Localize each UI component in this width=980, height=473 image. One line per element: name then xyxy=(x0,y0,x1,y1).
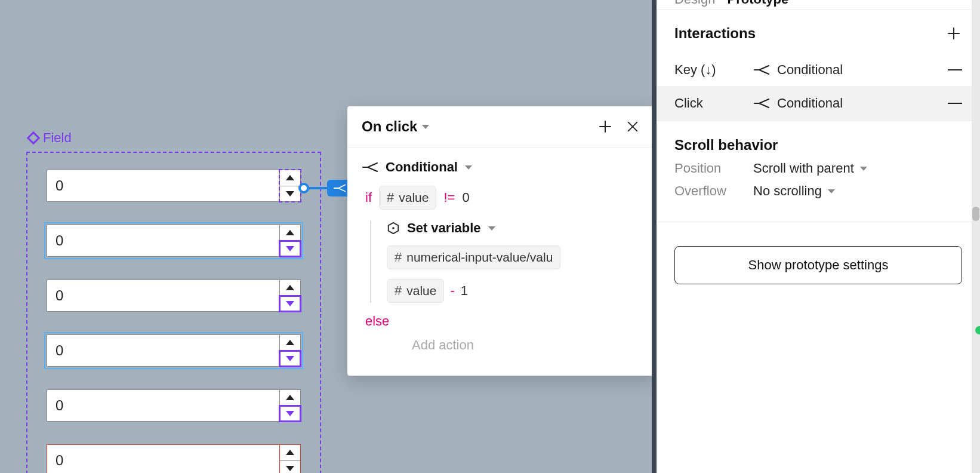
field-input[interactable]: 0 xyxy=(47,170,279,202)
position-row[interactable]: Position Scroll with parent xyxy=(674,161,962,176)
panel-tabs: Design Prototype xyxy=(657,0,980,10)
if-block: Set variable # numerical-input-value/val… xyxy=(370,220,641,303)
triangle-down-icon xyxy=(286,246,294,251)
panel-divider[interactable] xyxy=(652,0,657,473)
stepper-down-button[interactable] xyxy=(280,461,300,474)
add-interaction-button[interactable] xyxy=(945,25,962,42)
field-frame[interactable]: 000000 xyxy=(26,152,321,473)
quantity-stepper[interactable] xyxy=(279,389,301,422)
quantity-stepper[interactable] xyxy=(279,280,301,312)
field-input[interactable]: 0 xyxy=(47,444,279,473)
close-button[interactable] xyxy=(624,118,641,135)
expr-operator: - xyxy=(450,283,454,299)
variable-name: value xyxy=(399,191,429,205)
chevron-down-icon xyxy=(860,167,867,171)
overflow-label: Overflow xyxy=(674,183,753,199)
chevron-down-icon xyxy=(465,165,472,170)
add-action-placeholder[interactable]: Add action xyxy=(412,337,641,353)
literal-value: 0 xyxy=(462,190,469,205)
if-condition-row[interactable]: if # value != 0 xyxy=(365,186,641,210)
quantity-stepper[interactable] xyxy=(279,225,301,257)
quantity-stepper[interactable] xyxy=(279,170,301,202)
tab-design[interactable]: Design xyxy=(674,0,715,11)
interaction-trigger: Click xyxy=(674,96,746,111)
presence-indicator-icon xyxy=(975,326,980,334)
hash-icon: # xyxy=(395,250,402,265)
field-row[interactable]: 0 xyxy=(47,389,301,422)
branch-icon xyxy=(753,64,770,75)
action-type-label: Conditional xyxy=(386,159,458,175)
stepper-up-button[interactable] xyxy=(280,390,300,406)
else-row[interactable]: else xyxy=(365,314,641,329)
interactions-section: Interactions Key (↓)ConditionalClickCond… xyxy=(657,10,980,121)
component-label[interactable]: Field xyxy=(29,130,72,146)
triangle-up-icon xyxy=(286,230,294,235)
expression-row[interactable]: # value - 1 xyxy=(387,279,641,303)
scrollbar-thumb[interactable] xyxy=(972,207,979,221)
expr-variable-name: value xyxy=(406,284,436,298)
variable-token[interactable]: # value xyxy=(379,186,436,210)
triangle-up-icon xyxy=(286,340,294,345)
chevron-down-icon xyxy=(422,125,429,129)
tab-prototype[interactable]: Prototype xyxy=(727,0,788,11)
show-prototype-settings-button[interactable]: Show prototype settings xyxy=(674,246,962,284)
position-value: Scroll with parent xyxy=(753,161,854,176)
quantity-stepper[interactable] xyxy=(279,444,301,473)
triangle-down-icon xyxy=(286,191,294,196)
stepper-down-button[interactable] xyxy=(280,351,300,367)
field-row[interactable]: 0 xyxy=(47,280,301,312)
stepper-up-button[interactable] xyxy=(280,335,300,351)
prototype-connection[interactable] xyxy=(298,182,352,194)
interactions-title: Interactions xyxy=(674,25,756,42)
field-row[interactable]: 0 xyxy=(47,225,301,257)
popover-title-text: On click xyxy=(362,118,417,135)
remove-interaction-button[interactable] xyxy=(948,103,962,104)
field-row[interactable]: 0 xyxy=(47,170,301,202)
overflow-row[interactable]: Overflow No scrolling xyxy=(674,183,962,199)
add-action-button[interactable] xyxy=(597,118,614,135)
interaction-action: Conditional xyxy=(777,62,941,78)
interaction-row[interactable]: ClickConditional xyxy=(657,86,980,121)
stepper-up-button[interactable] xyxy=(280,280,300,296)
else-keyword: else xyxy=(365,314,389,328)
right-panel: Design Prototype Interactions Key (↓)Con… xyxy=(657,0,980,473)
field-row[interactable]: 0 xyxy=(47,334,301,367)
interaction-row[interactable]: Key (↓)Conditional xyxy=(674,54,962,86)
stepper-down-button[interactable] xyxy=(280,296,300,312)
stepper-down-button[interactable] xyxy=(280,406,300,422)
stepper-down-button[interactable] xyxy=(280,186,300,202)
trigger-dropdown[interactable]: On click xyxy=(362,118,429,135)
variable-hex-icon xyxy=(387,222,400,235)
if-keyword: if xyxy=(365,190,372,205)
triangle-down-icon xyxy=(286,356,294,361)
else-block: Add action xyxy=(370,337,641,353)
action-type-row[interactable]: Conditional xyxy=(362,159,641,175)
variable-token[interactable]: # value xyxy=(387,279,444,303)
triangle-up-icon xyxy=(286,450,294,455)
triangle-down-icon xyxy=(286,411,294,416)
component-icon xyxy=(27,131,41,145)
chevron-down-icon xyxy=(828,189,835,194)
interaction-trigger: Key (↓) xyxy=(674,62,746,78)
stepper-up-button[interactable] xyxy=(280,445,300,461)
field-input[interactable]: 0 xyxy=(47,334,279,367)
stepper-up-button[interactable] xyxy=(280,225,300,241)
target-variable-token[interactable]: # numerical-input-value/valu xyxy=(387,245,560,269)
hash-icon: # xyxy=(387,190,394,205)
interaction-popover: On click Conditional if # value xyxy=(347,106,655,376)
quantity-stepper[interactable] xyxy=(279,334,301,367)
field-input[interactable]: 0 xyxy=(47,389,279,422)
scrollbar[interactable] xyxy=(972,0,980,473)
connection-node-icon[interactable] xyxy=(298,183,309,194)
field-row[interactable]: 0 xyxy=(47,444,301,473)
triangle-down-icon xyxy=(286,466,294,471)
stepper-down-button[interactable] xyxy=(280,241,300,257)
scroll-behavior-section: Scroll behavior Position Scroll with par… xyxy=(657,121,980,222)
stepper-up-button[interactable] xyxy=(280,170,300,186)
chevron-down-icon xyxy=(488,226,495,231)
triangle-up-icon xyxy=(286,285,294,290)
field-input[interactable]: 0 xyxy=(47,280,279,312)
remove-interaction-button[interactable] xyxy=(948,69,962,70)
field-input[interactable]: 0 xyxy=(47,225,279,257)
set-variable-action[interactable]: Set variable xyxy=(387,220,641,236)
